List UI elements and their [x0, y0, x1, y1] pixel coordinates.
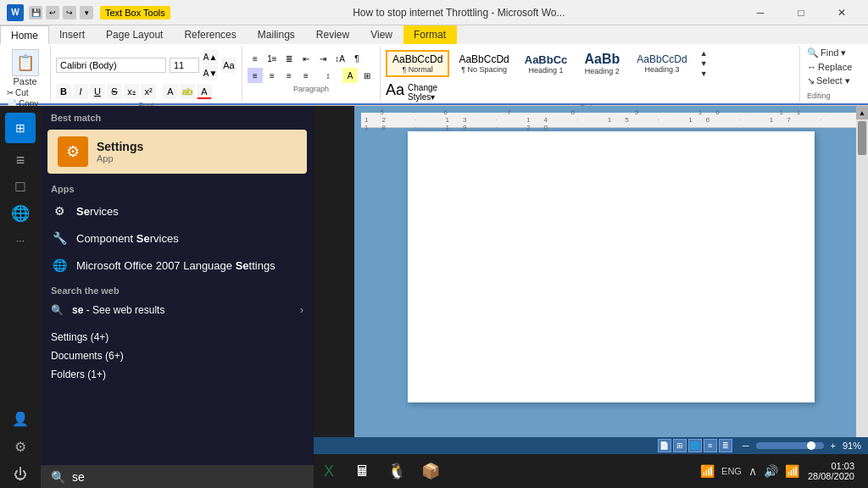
style-normal[interactable]: AaBbCcDd ¶ Normal — [386, 50, 449, 77]
view-full-screen[interactable]: ⊞ — [673, 439, 687, 452]
zoom-in-button[interactable]: + — [831, 441, 836, 451]
styles-scroll-up[interactable]: ▲ — [700, 49, 708, 58]
change-styles-button[interactable]: Aa — [386, 81, 404, 102]
font-size-box[interactable]: 11 — [170, 58, 199, 73]
bold-button[interactable]: B — [56, 84, 71, 99]
line-spacing-button[interactable]: ↕ — [320, 68, 336, 83]
taskbar-app8[interactable]: 🐧 — [380, 454, 414, 488]
select-button[interactable]: ↘ Select ▾ — [807, 75, 850, 86]
files-nav-icon[interactable]: □ — [16, 178, 25, 196]
tab-mailings[interactable]: Mailings — [248, 25, 306, 44]
underline-button[interactable]: U — [90, 84, 105, 99]
increase-indent-button[interactable]: ⇥ — [315, 51, 331, 66]
home-nav-icon[interactable]: ⊞ — [5, 113, 36, 143]
maximize-button[interactable]: □ — [782, 0, 821, 25]
find-button[interactable]: 🔍 Find ▾ — [807, 47, 846, 58]
close-button[interactable]: ✕ — [822, 0, 861, 25]
subscript-button[interactable]: x₂ — [124, 84, 139, 99]
font-shrink-button[interactable]: A▼ — [203, 65, 218, 80]
align-left-button[interactable]: ≡ — [248, 68, 263, 83]
more-nav-icon[interactable]: ··· — [16, 235, 25, 247]
power-nav-icon[interactable]: ⏻ — [14, 467, 27, 482]
justify-button[interactable]: ≡ — [298, 68, 314, 83]
minimize-button[interactable]: ─ — [741, 0, 780, 25]
style-no-spacing[interactable]: AaBbCcDd ¶ No Spacing — [453, 51, 515, 76]
tab-insert[interactable]: Insert — [49, 25, 96, 44]
font-color-button[interactable]: A — [197, 84, 212, 99]
vertical-scrollbar[interactable]: ▲ ▼ — [856, 106, 868, 488]
zoom-thumb[interactable] — [807, 441, 815, 450]
settings-nav-icon[interactable]: ⚙ — [14, 439, 26, 455]
select-icon: ↘ — [807, 75, 815, 86]
replace-button[interactable]: ↔ Replace — [807, 62, 852, 72]
strikethrough-button[interactable]: S — [107, 84, 122, 99]
style-heading2[interactable]: AaBb Heading 2 — [576, 49, 627, 78]
styles-more[interactable]: ▼ — [700, 69, 708, 78]
web-search-item[interactable]: 🔍 se - See web results › — [41, 299, 314, 321]
app-item-component-services[interactable]: 🔧 Component Services — [41, 225, 314, 252]
clear-format-button[interactable]: Aa — [221, 58, 236, 73]
view-outline[interactable]: ≡ — [704, 439, 717, 452]
style-normal-preview: AaBbCcDd — [392, 53, 442, 65]
language-tray-icon[interactable]: ENG — [720, 464, 743, 478]
undo-action[interactable]: ↩ — [46, 6, 59, 19]
shading-button[interactable]: A — [342, 68, 358, 83]
decrease-indent-button[interactable]: ⇤ — [298, 51, 314, 66]
documents-category[interactable]: Documents (6+) — [41, 347, 314, 365]
superscript-button[interactable]: x² — [141, 84, 156, 99]
bullets-button[interactable]: ≡ — [248, 51, 263, 66]
tab-view[interactable]: View — [360, 25, 403, 44]
tab-page-layout[interactable]: Page Layout — [96, 25, 174, 44]
zoom-out-button[interactable]: ─ — [743, 441, 749, 451]
taskbar-excel[interactable]: X — [312, 454, 346, 488]
text-effect-button[interactable]: A — [163, 84, 178, 99]
taskbar-app9[interactable]: 📦 — [414, 454, 448, 488]
chevron-tray-icon[interactable]: ∧ — [747, 463, 759, 480]
tab-review[interactable]: Review — [306, 25, 360, 44]
tab-references[interactable]: References — [174, 25, 247, 44]
text-highlight-button[interactable]: ab — [180, 84, 195, 99]
redo-action[interactable]: ↪ — [63, 6, 76, 19]
font-name-box[interactable]: Calibri (Body) — [56, 58, 166, 73]
font-grow-button[interactable]: A▲ — [203, 49, 218, 64]
view-web[interactable]: 🌐 — [688, 439, 702, 452]
styles-scroll-down[interactable]: ▼ — [700, 59, 708, 68]
network-tray-icon[interactable]: 📶 — [698, 463, 716, 480]
volume-tray-icon[interactable]: 🔊 — [762, 463, 780, 480]
align-center-button[interactable]: ≡ — [264, 68, 280, 83]
scroll-up-button[interactable]: ▲ — [856, 106, 868, 119]
folders-category[interactable]: Folders (1+) — [41, 365, 314, 384]
documents-nav-icon[interactable]: ≡ — [16, 152, 25, 169]
app-item-services[interactable]: ⚙ Services — [41, 197, 314, 225]
user-nav-icon[interactable]: 👤 — [12, 411, 29, 427]
document-page[interactable] — [408, 131, 815, 402]
tab-home[interactable]: Home — [0, 25, 49, 44]
wifi-tray-icon[interactable]: 📶 — [783, 463, 801, 480]
taskbar-calc[interactable]: 🖩 — [346, 454, 380, 488]
border-button[interactable]: ⊞ — [359, 68, 375, 83]
style-heading1[interactable]: AaBbCc Heading 1 — [519, 51, 574, 77]
italic-button[interactable]: I — [73, 84, 88, 99]
app-item-office-settings[interactable]: 🌐 Microsoft Office 2007 Language Setting… — [41, 252, 314, 279]
taskbar-clock[interactable]: 01:03 28/08/2020 — [808, 461, 861, 481]
best-match-item[interactable]: ⚙ Settings App — [47, 130, 307, 174]
zoom-slider[interactable] — [756, 442, 824, 449]
style-heading3[interactable]: AaBbCcDd Heading 3 — [631, 51, 693, 76]
web-nav-icon[interactable]: 🌐 — [11, 204, 30, 223]
search-input[interactable] — [72, 470, 303, 484]
paste-button[interactable]: 📋 Paste — [7, 49, 43, 86]
tab-format[interactable]: Format — [403, 25, 457, 44]
numbering-button[interactable]: 1≡ — [264, 51, 280, 66]
cut-button[interactable]: ✂ Cut — [7, 88, 43, 97]
settings-category[interactable]: Settings (4+) — [41, 328, 314, 347]
sort-button[interactable]: ↕A — [332, 51, 348, 66]
scroll-thumb[interactable] — [858, 121, 866, 155]
view-draft[interactable]: ≣ — [719, 439, 732, 452]
view-print-layout[interactable]: 📄 — [658, 439, 671, 452]
show-marks-button[interactable]: ¶ — [349, 51, 364, 66]
save-action[interactable]: 💾 — [29, 6, 42, 19]
align-right-button[interactable]: ≡ — [281, 68, 297, 83]
show-desktop-button[interactable] — [861, 454, 865, 488]
more-action[interactable]: ▾ — [80, 6, 93, 19]
multilevel-button[interactable]: ≣ — [281, 51, 297, 66]
